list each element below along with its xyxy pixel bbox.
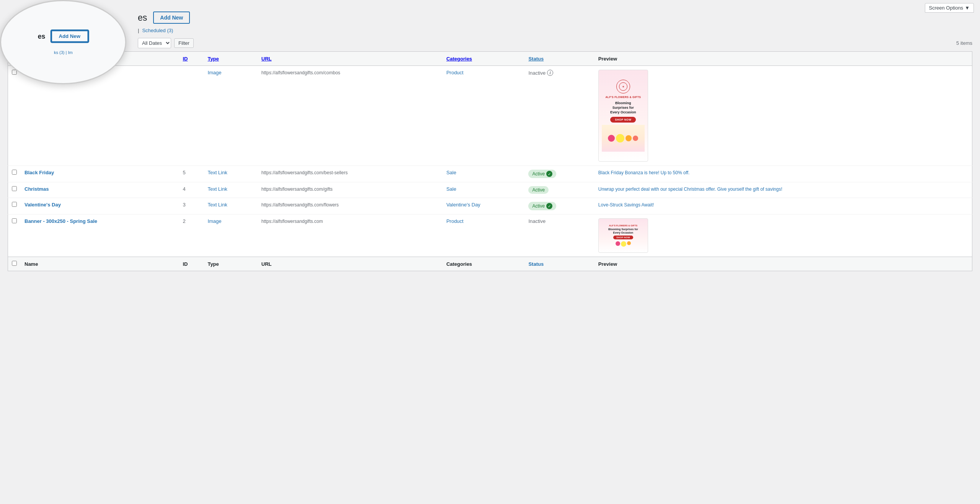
table-row: Black Friday 5 Text Link https://alfsflo… <box>8 166 972 182</box>
row-name-link[interactable]: Christmas <box>24 186 49 192</box>
header-id-link[interactable]: ID <box>183 56 188 62</box>
check-icon: ✓ <box>546 171 552 177</box>
row-preview-cell: Love-Struck Savings Await! <box>595 198 972 214</box>
header-id[interactable]: ID <box>179 52 204 66</box>
header-type-link[interactable]: Type <box>207 56 219 62</box>
table-header-row: Name ID Type URL Categories St <box>8 52 972 66</box>
screen-options-label: Screen Options <box>929 5 964 11</box>
flower-pink <box>608 135 615 142</box>
row-id-cell: 5 <box>179 166 204 182</box>
header-url[interactable]: URL <box>258 52 443 66</box>
row-category-link[interactable]: Product <box>446 218 464 224</box>
row-category-link[interactable]: Sale <box>446 186 456 192</box>
row-name-link[interactable]: Banner - 300x250 - Spring Sale <box>24 218 97 224</box>
flower-yellow <box>616 134 624 142</box>
ad-logo-text: ✿ <box>622 85 624 88</box>
row-category-link[interactable]: Sale <box>446 170 456 175</box>
filter-button[interactable]: Filter <box>174 38 194 48</box>
row-id-cell: 2 <box>179 214 204 257</box>
check-icon: ✓ <box>546 203 552 209</box>
row-name-link[interactable]: Black Friday <box>24 170 54 175</box>
row-preview-cell: Black Friday Bonanza is here! Up to 50% … <box>595 166 972 182</box>
row-type-link[interactable]: Text Link <box>207 202 227 208</box>
table-row: Valentine's Day 3 Text Link https://alfs… <box>8 198 972 214</box>
row-category-link[interactable]: Product <box>446 70 464 75</box>
table-row: Banner - 300x250 - Spring Sale 2 Image h… <box>8 214 972 257</box>
row-name-cell: Christmas <box>21 182 179 198</box>
scheduled-link[interactable]: Scheduled (3) <box>142 28 173 33</box>
footer-name[interactable]: Name <box>21 257 179 271</box>
table-body: Image https://alfsflowersandgifts.com/co… <box>8 66 972 257</box>
row-category-link[interactable]: Valentine's Day <box>446 202 480 208</box>
row-categories-cell: Product <box>443 214 525 257</box>
row-name-cell: Banner - 300x250 - Spring Sale <box>21 214 179 257</box>
ad-tagline-small: Blooming Surprises forEvery Occasion <box>608 228 638 234</box>
footer-id[interactable]: ID <box>179 257 204 271</box>
row-url-text: https://alfsflowersandgifts.com/best-sel… <box>261 170 348 175</box>
header-type[interactable]: Type <box>204 52 257 66</box>
screen-options-button[interactable]: Screen Options ▼ <box>925 3 974 13</box>
row-checkbox[interactable] <box>12 186 17 191</box>
page-header: es Add New <box>138 11 972 24</box>
row-name-cell: Valentine's Day <box>21 198 179 214</box>
subsubsub: | Scheduled (3) <box>138 28 972 33</box>
row-url-cell: https://alfsflowersandgifts.com/flowers <box>258 198 443 214</box>
row-categories-cell: Product <box>443 66 525 166</box>
status-badge: Active ✓ <box>528 170 556 178</box>
footer-url[interactable]: URL <box>258 257 443 271</box>
row-checkbox[interactable] <box>12 218 17 223</box>
select-all-checkbox[interactable] <box>12 56 17 61</box>
row-status-cell: Inactive <box>524 214 594 257</box>
row-categories-cell: Valentine's Day <box>443 198 525 214</box>
status-badge: Active ✓ <box>528 202 556 210</box>
header-name-link[interactable]: Name <box>24 56 38 62</box>
row-categories-cell: Sale <box>443 182 525 198</box>
row-type-cell: Text Link <box>204 182 257 198</box>
row-preview-cell: Unwrap your perfect deal with our specia… <box>595 182 972 198</box>
ad-flowers <box>602 125 645 152</box>
row-type-link[interactable]: Text Link <box>207 170 227 175</box>
top-bar: Screen Options ▼ <box>919 0 980 16</box>
header-url-link[interactable]: URL <box>261 56 272 62</box>
header-status[interactable]: Status <box>524 52 594 66</box>
row-preview-cell: ✿ ALF'S FLOWERS & GIFTS BloomingSurprise… <box>595 66 972 166</box>
status-badge: Inactive i <box>528 70 553 76</box>
row-status-cell: Active ✓ <box>524 198 594 214</box>
preview-text-link[interactable]: Unwrap your perfect deal with our specia… <box>598 187 782 192</box>
flower-small-pink <box>616 241 620 246</box>
footer-categories[interactable]: Categories <box>443 257 525 271</box>
preview-text-link[interactable]: Love-Struck Savings Await! <box>598 202 654 208</box>
row-type-link[interactable]: Text Link <box>207 186 227 192</box>
footer-type[interactable]: Type <box>204 257 257 271</box>
table-row: Christmas 4 Text Link https://alfsflower… <box>8 182 972 198</box>
header-categories[interactable]: Categories <box>443 52 525 66</box>
subsubsub-area: | Scheduled (3) <box>138 28 972 33</box>
add-new-button[interactable]: Add New <box>153 11 190 24</box>
ad-tagline: BloomingSurprises forEvery Occasion <box>610 101 636 115</box>
ads-table: Name ID Type URL Categories St <box>8 51 972 271</box>
row-id-cell: 4 <box>179 182 204 198</box>
footer-status[interactable]: Status <box>524 257 594 271</box>
row-checkbox[interactable] <box>12 70 17 75</box>
row-type-link[interactable]: Image <box>207 218 221 224</box>
row-url-cell: https://alfsflowersandgifts.com/gifts <box>258 182 443 198</box>
row-name-link[interactable]: Valentine's Day <box>24 202 61 208</box>
header-categories-link[interactable]: Categories <box>446 56 472 62</box>
row-url-text: https://alfsflowersandgifts.com/flowers <box>261 202 339 208</box>
mag-page-title: es <box>38 33 45 40</box>
preview-text-link[interactable]: Black Friday Bonanza is here! Up to 50% … <box>598 170 690 175</box>
row-url-text: https://alfsflowersandgifts.com <box>261 219 323 224</box>
footer-select-all-checkbox[interactable] <box>12 261 17 266</box>
ad-flowers-small <box>616 241 631 247</box>
row-checkbox[interactable] <box>12 170 17 175</box>
header-name[interactable]: Name <box>21 52 179 66</box>
header-preview: Preview <box>595 52 972 66</box>
row-status-cell: Active <box>524 182 594 198</box>
status-badge: Active <box>528 186 549 194</box>
date-filter-select[interactable]: All Dates <box>138 38 171 48</box>
row-type-link[interactable]: Image <box>207 70 221 75</box>
header-status-link[interactable]: Status <box>528 56 544 62</box>
page-title: es <box>138 13 147 23</box>
row-checkbox[interactable] <box>12 202 17 207</box>
row-url-cell: https://alfsflowersandgifts.com <box>258 214 443 257</box>
